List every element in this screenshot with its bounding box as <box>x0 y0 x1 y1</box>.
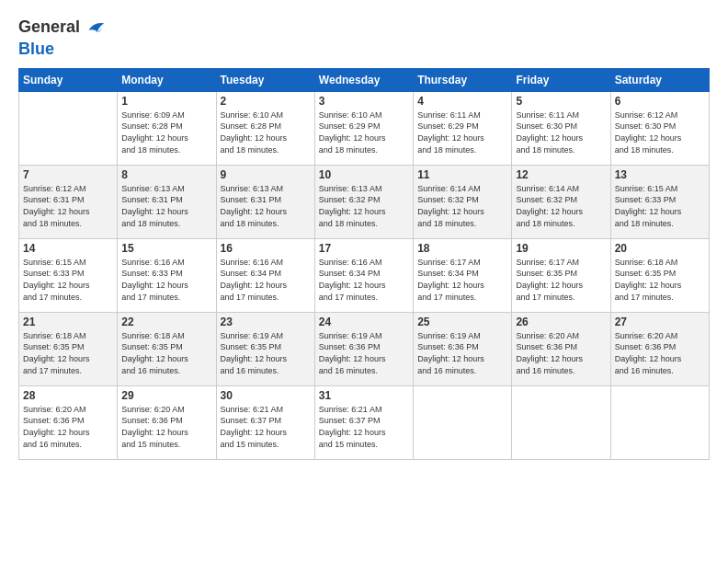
calendar-cell <box>512 385 610 459</box>
day-number: 29 <box>121 389 211 402</box>
day-info: Sunrise: 6:13 AM Sunset: 6:31 PM Dayligh… <box>121 183 211 229</box>
day-number: 8 <box>121 168 211 181</box>
day-header-sunday: Sunday <box>19 68 118 91</box>
day-number: 16 <box>221 242 311 255</box>
day-info: Sunrise: 6:20 AM Sunset: 6:36 PM Dayligh… <box>23 404 113 450</box>
calendar-cell: 11Sunrise: 6:14 AM Sunset: 6:32 PM Dayli… <box>414 165 512 238</box>
day-number: 28 <box>23 389 113 402</box>
day-info: Sunrise: 6:18 AM Sunset: 6:35 PM Dayligh… <box>121 330 211 376</box>
day-info: Sunrise: 6:13 AM Sunset: 6:32 PM Dayligh… <box>319 183 409 229</box>
day-info: Sunrise: 6:12 AM Sunset: 6:30 PM Dayligh… <box>615 109 705 155</box>
day-number: 7 <box>23 168 113 181</box>
day-number: 24 <box>319 316 409 328</box>
calendar-week-5: 28Sunrise: 6:20 AM Sunset: 6:36 PM Dayli… <box>19 385 710 459</box>
day-info: Sunrise: 6:20 AM Sunset: 6:36 PM Dayligh… <box>615 330 705 376</box>
day-number: 19 <box>516 242 606 255</box>
calendar-cell: 16Sunrise: 6:16 AM Sunset: 6:34 PM Dayli… <box>216 238 314 312</box>
calendar-cell: 12Sunrise: 6:14 AM Sunset: 6:32 PM Dayli… <box>512 165 610 238</box>
calendar-table: SundayMondayTuesdayWednesdayThursdayFrid… <box>18 68 710 460</box>
calendar-cell: 6Sunrise: 6:12 AM Sunset: 6:30 PM Daylig… <box>610 91 709 165</box>
day-number: 2 <box>221 95 311 108</box>
day-header-tuesday: Tuesday <box>216 68 314 91</box>
day-info: Sunrise: 6:18 AM Sunset: 6:35 PM Dayligh… <box>615 257 705 303</box>
day-info: Sunrise: 6:17 AM Sunset: 6:35 PM Dayligh… <box>516 257 606 303</box>
calendar-cell: 4Sunrise: 6:11 AM Sunset: 6:29 PM Daylig… <box>414 91 512 165</box>
calendar-cell: 20Sunrise: 6:18 AM Sunset: 6:35 PM Dayli… <box>610 238 709 312</box>
day-number: 15 <box>121 242 211 255</box>
header: General Blue <box>18 15 710 59</box>
page: General Blue SundayMondayTuesdayWednesda… <box>0 0 728 563</box>
day-number: 27 <box>615 316 705 328</box>
day-info: Sunrise: 6:15 AM Sunset: 6:33 PM Dayligh… <box>615 183 705 229</box>
day-info: Sunrise: 6:16 AM Sunset: 6:33 PM Dayligh… <box>121 257 211 303</box>
calendar-cell: 26Sunrise: 6:20 AM Sunset: 6:36 PM Dayli… <box>512 312 610 385</box>
day-number: 31 <box>319 389 409 402</box>
day-info: Sunrise: 6:21 AM Sunset: 6:37 PM Dayligh… <box>221 404 311 450</box>
day-info: Sunrise: 6:10 AM Sunset: 6:28 PM Dayligh… <box>221 109 311 155</box>
day-info: Sunrise: 6:17 AM Sunset: 6:34 PM Dayligh… <box>417 257 507 303</box>
day-info: Sunrise: 6:21 AM Sunset: 6:37 PM Dayligh… <box>319 404 409 450</box>
day-info: Sunrise: 6:12 AM Sunset: 6:31 PM Dayligh… <box>23 183 113 229</box>
day-info: Sunrise: 6:14 AM Sunset: 6:32 PM Dayligh… <box>516 183 606 229</box>
day-number: 22 <box>121 316 211 328</box>
calendar-cell: 8Sunrise: 6:13 AM Sunset: 6:31 PM Daylig… <box>118 165 216 238</box>
day-number: 5 <box>516 95 606 108</box>
day-header-saturday: Saturday <box>610 68 709 91</box>
day-info: Sunrise: 6:18 AM Sunset: 6:35 PM Dayligh… <box>23 330 113 376</box>
calendar-cell: 22Sunrise: 6:18 AM Sunset: 6:35 PM Dayli… <box>118 312 216 385</box>
day-number: 4 <box>417 95 507 108</box>
day-number: 13 <box>615 168 705 181</box>
day-number: 14 <box>23 242 113 255</box>
calendar-cell: 1Sunrise: 6:09 AM Sunset: 6:28 PM Daylig… <box>118 91 216 165</box>
calendar-cell: 3Sunrise: 6:10 AM Sunset: 6:29 PM Daylig… <box>314 91 413 165</box>
day-header-friday: Friday <box>512 68 610 91</box>
day-info: Sunrise: 6:20 AM Sunset: 6:36 PM Dayligh… <box>516 330 606 376</box>
day-number: 25 <box>417 316 507 328</box>
calendar-cell: 19Sunrise: 6:17 AM Sunset: 6:35 PM Dayli… <box>512 238 610 312</box>
day-info: Sunrise: 6:13 AM Sunset: 6:31 PM Dayligh… <box>221 183 311 229</box>
calendar-week-4: 21Sunrise: 6:18 AM Sunset: 6:35 PM Dayli… <box>19 312 710 385</box>
day-info: Sunrise: 6:11 AM Sunset: 6:30 PM Dayligh… <box>516 109 606 155</box>
day-header-thursday: Thursday <box>414 68 512 91</box>
logo-general: General <box>18 17 80 36</box>
day-number: 12 <box>516 168 606 181</box>
calendar-cell: 30Sunrise: 6:21 AM Sunset: 6:37 PM Dayli… <box>216 385 314 459</box>
calendar-cell: 21Sunrise: 6:18 AM Sunset: 6:35 PM Dayli… <box>19 312 118 385</box>
calendar-cell: 15Sunrise: 6:16 AM Sunset: 6:33 PM Dayli… <box>118 238 216 312</box>
day-number: 26 <box>516 316 606 328</box>
day-number: 1 <box>121 95 211 108</box>
day-info: Sunrise: 6:10 AM Sunset: 6:29 PM Dayligh… <box>319 109 409 155</box>
day-info: Sunrise: 6:19 AM Sunset: 6:35 PM Dayligh… <box>221 330 311 376</box>
day-number: 23 <box>221 316 311 328</box>
logo-text: General <box>18 18 80 37</box>
calendar-week-2: 7Sunrise: 6:12 AM Sunset: 6:31 PM Daylig… <box>19 165 710 238</box>
calendar-cell: 25Sunrise: 6:19 AM Sunset: 6:36 PM Dayli… <box>414 312 512 385</box>
day-number: 20 <box>615 242 705 255</box>
day-number: 17 <box>319 242 409 255</box>
day-number: 10 <box>319 168 409 181</box>
logo: General Blue <box>18 15 108 59</box>
day-number: 30 <box>221 389 311 402</box>
day-info: Sunrise: 6:16 AM Sunset: 6:34 PM Dayligh… <box>221 257 311 303</box>
day-number: 18 <box>417 242 507 255</box>
calendar-cell: 10Sunrise: 6:13 AM Sunset: 6:32 PM Dayli… <box>314 165 413 238</box>
calendar-cell: 29Sunrise: 6:20 AM Sunset: 6:36 PM Dayli… <box>118 385 216 459</box>
calendar-cell <box>19 91 118 165</box>
calendar-cell: 9Sunrise: 6:13 AM Sunset: 6:31 PM Daylig… <box>216 165 314 238</box>
calendar-cell: 17Sunrise: 6:16 AM Sunset: 6:34 PM Dayli… <box>314 238 413 312</box>
calendar-week-3: 14Sunrise: 6:15 AM Sunset: 6:33 PM Dayli… <box>19 238 710 312</box>
calendar-body: 1Sunrise: 6:09 AM Sunset: 6:28 PM Daylig… <box>19 91 710 459</box>
day-info: Sunrise: 6:11 AM Sunset: 6:29 PM Dayligh… <box>417 109 507 155</box>
day-number: 6 <box>615 95 705 108</box>
day-info: Sunrise: 6:14 AM Sunset: 6:32 PM Dayligh… <box>417 183 507 229</box>
day-number: 11 <box>417 168 507 181</box>
logo-blue: Blue <box>18 40 54 59</box>
calendar-cell <box>414 385 512 459</box>
calendar-cell: 7Sunrise: 6:12 AM Sunset: 6:31 PM Daylig… <box>19 165 118 238</box>
calendar-cell: 13Sunrise: 6:15 AM Sunset: 6:33 PM Dayli… <box>610 165 709 238</box>
calendar-cell: 24Sunrise: 6:19 AM Sunset: 6:36 PM Dayli… <box>314 312 413 385</box>
day-number: 21 <box>23 316 113 328</box>
calendar-cell: 28Sunrise: 6:20 AM Sunset: 6:36 PM Dayli… <box>19 385 118 459</box>
day-info: Sunrise: 6:19 AM Sunset: 6:36 PM Dayligh… <box>319 330 409 376</box>
calendar-header-row: SundayMondayTuesdayWednesdayThursdayFrid… <box>19 68 710 91</box>
